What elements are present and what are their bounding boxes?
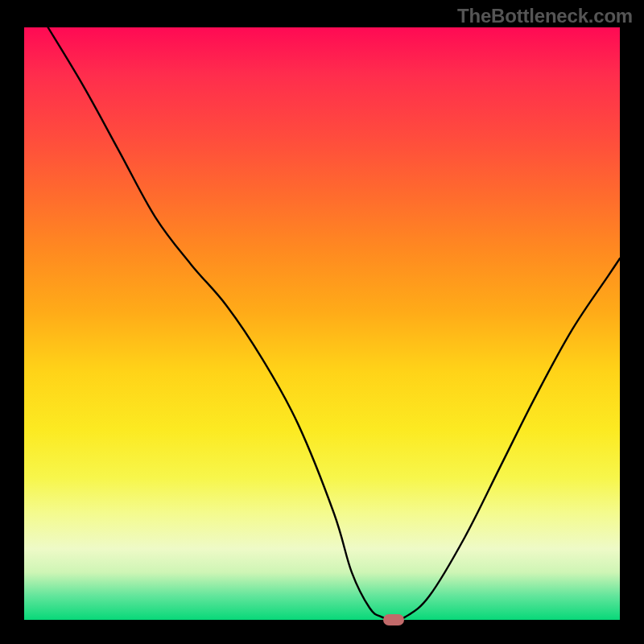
optimum-marker [383,614,404,625]
bottleneck-curve-path [48,27,620,620]
curve-svg [24,27,620,620]
plot-area [24,27,620,620]
watermark-text: TheBottleneck.com [457,5,633,27]
